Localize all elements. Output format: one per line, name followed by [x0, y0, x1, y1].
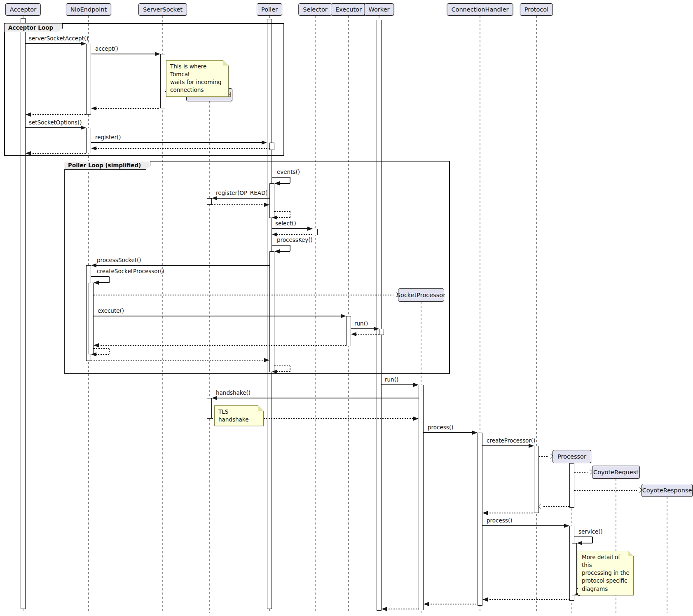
message-service-37-bottom: [581, 543, 592, 543]
message-label: setSocketOptions(): [29, 119, 82, 126]
message-label: process(): [428, 424, 453, 431]
arrowhead: [91, 106, 96, 110]
participant-nioendpoint: NioEndpoint: [66, 3, 111, 16]
message-label: service(): [578, 528, 603, 535]
arrowhead: [94, 343, 99, 347]
message-return-4: [30, 114, 86, 115]
arrowhead: [26, 112, 31, 117]
message-run-20: [351, 328, 375, 329]
message-label: createSocketProcessor(): [97, 268, 164, 274]
message-return-14: [276, 234, 313, 235]
participant-processor: Processor: [553, 450, 591, 463]
participant-coyoteresponse: CoyoteResponse: [641, 484, 693, 497]
message-selfreturn-12-side: [290, 211, 290, 218]
message-label: run(): [385, 376, 398, 383]
message-create-33: [574, 490, 637, 491]
note-protocol-detail: More detail of this processing in the pr…: [578, 551, 634, 595]
activation-connectionhandler-process: [478, 433, 482, 606]
arrowhead: [424, 602, 429, 606]
arrowhead: [272, 215, 277, 220]
message-select-13: [272, 228, 308, 229]
message-label: createProcessor(): [487, 437, 535, 444]
message-accept-1: [91, 54, 156, 54]
message-selfreturn-12-bottom: [276, 217, 290, 218]
sequence-diagram: Acceptor LoopPoller Loop (simplified)ser…: [0, 0, 693, 616]
arrowhead: [272, 370, 277, 374]
message-label: handshake(): [216, 389, 251, 396]
message-handshake-27: [216, 398, 419, 398]
arrowhead: [382, 607, 387, 611]
message-label: select(): [275, 220, 296, 227]
message-service-37-side: [592, 537, 593, 543]
message-selfreturn-12-top: [274, 211, 290, 212]
message-events-9-top: [272, 177, 290, 178]
arrowhead: [482, 511, 488, 515]
arrowhead: [351, 332, 356, 336]
message-create-18: [94, 295, 393, 295]
message-events-9-side: [290, 177, 290, 183]
arrowhead: [91, 146, 96, 150]
message-return-34: [543, 506, 569, 507]
activation-processor-create: [569, 463, 574, 508]
participant-socketprocessor: SocketProcessor: [398, 288, 444, 302]
arrowhead: [272, 232, 277, 237]
message-label: run(): [354, 320, 368, 327]
arrowhead: [307, 227, 313, 231]
message-label: register(OP_READ): [216, 190, 268, 196]
message-label: serverSocketAccept(): [29, 35, 88, 42]
message-events-9-bottom: [279, 183, 290, 184]
message-create-32: [574, 472, 588, 473]
arrowhead: [212, 396, 217, 400]
message-run-26: [382, 384, 414, 385]
message-label: execute(): [98, 307, 124, 314]
frame-label-poller-loop: Poller Loop (simplified): [64, 161, 150, 170]
activation-socketchannel-handshake: [207, 398, 212, 419]
activation-processor-service: [572, 543, 577, 595]
arrowhead: [538, 504, 543, 509]
arrowhead: [482, 597, 488, 602]
arrowhead: [264, 203, 269, 207]
arrowhead: [264, 358, 269, 362]
message-return-41: [386, 609, 419, 609]
message-setsocketoptions-5: [26, 127, 82, 128]
message-return-7: [96, 148, 269, 149]
message-execute-19: [94, 316, 342, 316]
participant-selector: Selector: [298, 3, 332, 16]
message-selfreturn-23-top: [94, 348, 109, 349]
message-return-24: [91, 360, 265, 361]
message-label: processKey(): [277, 237, 313, 243]
message-label: accept(): [95, 45, 118, 52]
message-return-8: [30, 153, 86, 154]
message-createsocketprocessor-17-side: [109, 276, 110, 283]
message-label: register(): [95, 134, 121, 141]
arrowhead: [26, 151, 31, 155]
arrowhead: [413, 417, 419, 421]
message-registerop_read-10: [216, 198, 269, 199]
message-return-3: [96, 108, 160, 109]
message-create-31: [539, 456, 548, 457]
participant-poller: Poller: [257, 3, 282, 16]
message-createprocessor-30: [482, 445, 529, 446]
arrowhead: [94, 281, 99, 285]
message-selfreturn-25-bottom: [276, 371, 290, 372]
arrowhead: [91, 352, 96, 356]
note-accept-wait: This is where Tomcat waits for incoming …: [166, 60, 229, 97]
participant-connectionhandler: ConnectionHandler: [447, 3, 513, 16]
message-selfreturn-23-side: [109, 349, 110, 354]
message-return-39: [487, 599, 569, 600]
message-selfreturn-25-side: [290, 366, 290, 372]
message-serversocketaccept-0: [26, 43, 82, 44]
message-processkey-15-bottom: [279, 251, 290, 252]
message-return-21: [356, 334, 379, 335]
message-createsocketprocessor-17-top: [91, 276, 109, 277]
message-selfreturn-23-bottom: [96, 354, 109, 355]
message-label: processSocket(): [97, 257, 141, 263]
arrowhead: [341, 314, 346, 318]
message-process-36: [482, 525, 565, 526]
lifeline-coyoteresponse: [667, 497, 667, 613]
message-label: events(): [277, 169, 300, 175]
participant-protocol: Protocol: [520, 3, 553, 16]
lifeline-protocol: [536, 16, 537, 613]
arrowhead: [529, 444, 534, 448]
participant-coyoterequest: CoyoteRequest: [592, 466, 640, 479]
